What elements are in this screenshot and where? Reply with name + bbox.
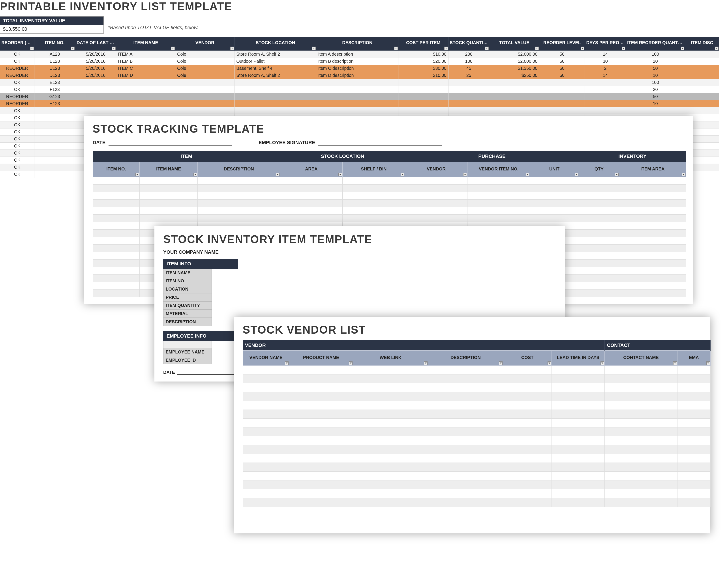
table-cell[interactable]: OK <box>0 114 34 121</box>
table-cell[interactable] <box>605 480 677 489</box>
table-cell[interactable]: Item A description <box>316 51 398 58</box>
table-cell[interactable] <box>243 383 289 392</box>
table-cell[interactable] <box>343 192 405 199</box>
table-cell[interactable] <box>677 445 711 454</box>
table-cell[interactable] <box>503 472 552 480</box>
table-cell[interactable] <box>34 135 75 143</box>
table-cell[interactable] <box>619 199 686 207</box>
column-header[interactable]: EMA <box>677 351 711 366</box>
column-header[interactable]: DESCRIPTION <box>428 351 503 366</box>
table-cell[interactable]: OK <box>0 135 34 143</box>
table-cell[interactable] <box>605 375 677 383</box>
filter-dropdown-icon[interactable] <box>401 173 404 176</box>
table-cell[interactable]: OK <box>0 121 34 128</box>
table-cell[interactable] <box>579 290 619 297</box>
table-cell[interactable] <box>685 79 719 86</box>
table-cell[interactable] <box>677 472 711 480</box>
table-cell[interactable] <box>579 282 619 290</box>
table-cell[interactable]: $2,000.00 <box>489 51 539 58</box>
table-cell[interactable] <box>677 428 711 436</box>
table-cell[interactable]: 200 <box>448 51 489 58</box>
table-cell[interactable]: F123 <box>34 86 75 93</box>
table-cell[interactable] <box>289 366 353 375</box>
table-cell[interactable] <box>503 436 552 445</box>
filter-dropdown-icon[interactable] <box>30 47 34 50</box>
table-cell[interactable] <box>685 100 719 107</box>
table-cell[interactable] <box>398 79 448 86</box>
table-cell[interactable] <box>605 383 677 392</box>
table-cell[interactable]: OK <box>0 128 34 135</box>
column-header[interactable]: ITEM NO. <box>34 37 75 51</box>
table-cell[interactable]: 2 <box>585 65 626 72</box>
table-cell[interactable]: 100 <box>626 79 685 86</box>
table-cell[interactable]: OK <box>0 107 34 114</box>
table-cell[interactable] <box>289 383 353 392</box>
table-cell[interactable]: Item B description <box>316 58 398 65</box>
table-cell[interactable] <box>93 207 140 214</box>
table-cell[interactable] <box>93 244 140 252</box>
table-cell[interactable] <box>503 383 552 392</box>
table-cell[interactable] <box>530 214 579 222</box>
column-header[interactable]: QTY <box>579 162 619 177</box>
table-cell[interactable] <box>619 214 686 222</box>
column-header[interactable]: REORDER (auto-fill) <box>0 37 34 51</box>
column-header[interactable]: DESCRIPTION <box>198 162 280 177</box>
table-cell[interactable]: 50 <box>626 93 685 100</box>
table-cell[interactable] <box>619 244 686 252</box>
table-cell[interactable] <box>353 489 428 498</box>
table-cell[interactable] <box>605 428 677 436</box>
table-cell[interactable] <box>316 79 398 86</box>
table-cell[interactable] <box>75 86 116 93</box>
table-cell[interactable]: 50 <box>539 72 585 79</box>
table-cell[interactable] <box>140 184 198 192</box>
column-header[interactable]: DESCRIPTION <box>316 37 398 51</box>
table-cell[interactable] <box>353 375 428 383</box>
column-header[interactable]: WEB LINK <box>353 351 428 366</box>
table-cell[interactable] <box>93 237 140 244</box>
table-cell[interactable] <box>198 177 280 184</box>
table-cell[interactable] <box>93 184 140 192</box>
table-cell[interactable] <box>353 472 428 480</box>
filter-dropdown-icon[interactable] <box>349 362 353 365</box>
table-cell[interactable] <box>243 428 289 436</box>
table-cell[interactable] <box>619 177 686 184</box>
table-cell[interactable]: Cole <box>175 72 235 79</box>
table-cell[interactable] <box>685 65 719 72</box>
table-cell[interactable]: Outdoor Pallet <box>235 58 316 65</box>
table-cell[interactable]: Cole <box>175 51 235 58</box>
table-cell[interactable] <box>685 72 719 79</box>
table-cell[interactable] <box>353 366 428 375</box>
table-cell[interactable]: 20 <box>626 58 685 65</box>
table-cell[interactable] <box>619 274 686 282</box>
table-cell[interactable] <box>467 177 530 184</box>
table-cell[interactable] <box>140 199 198 207</box>
table-cell[interactable] <box>685 86 719 93</box>
table-cell[interactable] <box>503 401 552 410</box>
filter-dropdown-icon[interactable] <box>112 47 116 50</box>
table-cell[interactable] <box>175 93 235 100</box>
table-cell[interactable] <box>552 454 605 463</box>
table-cell[interactable]: ITEM A <box>116 51 175 58</box>
table-cell[interactable] <box>677 489 711 498</box>
table-cell[interactable] <box>289 392 353 401</box>
column-header[interactable]: COST <box>503 351 552 366</box>
table-cell[interactable]: OK <box>0 157 34 164</box>
table-cell[interactable] <box>198 199 280 207</box>
table-cell[interactable] <box>243 366 289 375</box>
table-cell[interactable] <box>585 107 626 114</box>
date-input-line[interactable] <box>109 140 232 145</box>
table-cell[interactable] <box>619 222 686 229</box>
table-cell[interactable]: OK <box>0 150 34 157</box>
table-cell[interactable] <box>677 480 711 489</box>
column-header[interactable]: DATE OF LAST ORDER <box>75 37 116 51</box>
table-cell[interactable] <box>398 93 448 100</box>
table-cell[interactable] <box>685 107 719 114</box>
filter-dropdown-icon[interactable] <box>715 47 719 50</box>
table-cell[interactable] <box>243 454 289 463</box>
table-cell[interactable] <box>93 267 140 274</box>
table-cell[interactable] <box>398 86 448 93</box>
column-header[interactable]: DAYS PER REORDER <box>585 37 626 51</box>
table-cell[interactable] <box>489 100 539 107</box>
table-cell[interactable] <box>552 472 605 480</box>
table-cell[interactable] <box>677 419 711 428</box>
